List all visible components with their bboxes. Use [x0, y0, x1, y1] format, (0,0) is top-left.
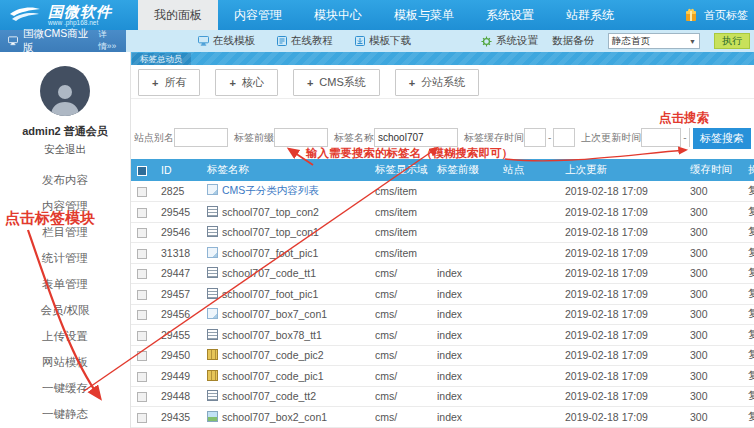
table-row[interactable]: 29435 school707_box2_con1 cms/ index 201… [131, 407, 754, 428]
tag-name-link[interactable]: school707_box2_con1 [222, 411, 327, 423]
table-row[interactable]: 2825 CMS子分类内容列表 cms/item 2019-02-18 17:0… [131, 181, 754, 202]
filter-button[interactable]: + 所有 [138, 69, 200, 96]
table-row[interactable]: 29545 school707_top_con2 cms/item 2019-0… [131, 202, 754, 223]
table-row[interactable]: 29455 school707_box78_tt1 cms/ index 201… [131, 325, 754, 346]
tag-cache-to-input[interactable] [553, 128, 575, 147]
table-row[interactable]: 29457 school707_foot_pic1 cms/ index 201… [131, 284, 754, 305]
template-download-link[interactable]: 模板下载 [355, 34, 411, 48]
sidebar-item[interactable]: 发布内容 [0, 167, 130, 193]
row-checkbox[interactable] [137, 413, 147, 423]
tag-type-icon [207, 370, 218, 381]
row-action-link[interactable]: 复制 [742, 304, 754, 325]
tag-table: ID 标签名称 标签显示域 标签前缀 站点 上次更新 缓存时间 操作 2825 [131, 159, 754, 428]
nav-item[interactable]: 内容管理 [218, 0, 298, 30]
sidebar-item[interactable]: 表单管理 [0, 271, 130, 297]
logo-title: 国微软件 [48, 4, 112, 19]
tag-name-link[interactable]: school707_code_pic2 [222, 349, 324, 361]
sidebar-item[interactable]: 网站模板 [0, 349, 130, 375]
tag-prefix-input[interactable] [274, 128, 328, 147]
sidebar-item[interactable]: 一键缓存 [0, 375, 130, 401]
sidebar-item[interactable]: 统计管理 [0, 245, 130, 271]
tag-name-link[interactable]: school707_box78_tt1 [222, 329, 322, 341]
tag-prefix-label: 标签前缀 [234, 131, 274, 145]
run-button[interactable]: 执行 [714, 33, 750, 49]
row-action-link[interactable]: 复制 [742, 386, 754, 407]
nav-item[interactable]: 站群系统 [550, 0, 630, 30]
product-badge[interactable]: 国微CMS商业版 详情»» [0, 30, 126, 52]
logo[interactable]: 国微软件 www .php168.net [0, 0, 138, 30]
filter-button[interactable]: + 核心 [215, 69, 277, 96]
nav-item[interactable]: 模板与菜单 [378, 0, 470, 30]
filter-button[interactable]: + 分站系统 [395, 69, 479, 96]
site-alias-input[interactable] [174, 128, 228, 147]
row-checkbox[interactable] [137, 249, 147, 259]
online-tutorial-link[interactable]: 在线教程 [277, 34, 333, 48]
sidebar-item[interactable]: 会员/权限 [0, 297, 130, 323]
row-checkbox[interactable] [137, 269, 147, 279]
row-action-link[interactable]: 复制 [742, 222, 754, 243]
sidebar-item[interactable]: 一键静态 [0, 401, 130, 427]
online-template-link[interactable]: 在线模板 [198, 34, 255, 48]
row-action-link[interactable]: 复制 [742, 263, 754, 284]
avatar[interactable] [40, 66, 90, 116]
row-checkbox[interactable] [137, 290, 147, 300]
row-checkbox[interactable] [137, 331, 147, 341]
row-action-link[interactable]: 复制 [742, 325, 754, 346]
tag-type-icon [207, 308, 218, 319]
row-id: 29450 [155, 345, 201, 366]
row-checkbox[interactable] [137, 228, 147, 238]
tag-cache-from-input[interactable] [524, 128, 546, 147]
row-checkbox[interactable] [137, 372, 147, 382]
static-page-select[interactable]: 静态首页 ▼ [608, 33, 700, 49]
tag-name-link[interactable]: school707_code_tt2 [222, 390, 316, 402]
table-row[interactable]: 31318 school707_foot_pic1 cms/item 2019-… [131, 243, 754, 264]
table-row[interactable]: 29456 school707_box7_con1 cms/ index 201… [131, 304, 754, 325]
row-checkbox[interactable] [137, 392, 147, 402]
nav-item[interactable]: 系统设置 [470, 0, 550, 30]
row-action-link[interactable]: 复制 [742, 345, 754, 366]
tutorial-icon [277, 36, 287, 46]
row-checkbox[interactable] [137, 208, 147, 218]
row-action-link[interactable]: 复制 [742, 243, 754, 264]
annotation-input-hint: 输入需要搜索的标签名（模糊搜索即可） [306, 146, 513, 161]
tag-name-link[interactable]: school707_foot_pic1 [222, 288, 318, 300]
table-row[interactable]: 29546 school707_top_con1 cms/item 2019-0… [131, 222, 754, 243]
tag-name-link[interactable]: school707_code_tt1 [222, 267, 316, 279]
sidebar: admin2 普通会员 安全退出 发布内容 内容管理 栏目管理 统计管理 表单管… [0, 52, 131, 428]
tag-name-link[interactable]: school707_foot_pic1 [222, 247, 318, 259]
tag-search-button[interactable]: 标签搜索 [693, 128, 751, 149]
detail-link[interactable]: 详情»» [98, 29, 122, 53]
row-action-link[interactable]: 复制 [742, 407, 754, 428]
last-update-from-input[interactable] [641, 128, 681, 147]
logout-link[interactable]: 安全退出 [0, 143, 130, 157]
row-action-link[interactable]: 复制 [742, 202, 754, 223]
table-row[interactable]: 29450 school707_code_pic2 cms/ index 201… [131, 345, 754, 366]
tag-name-link[interactable]: school707_top_con1 [222, 226, 319, 238]
table-row[interactable]: 29449 school707_code_pic1 cms/ index 201… [131, 366, 754, 387]
table-row[interactable]: 29447 school707_code_tt1 cms/ index 2019… [131, 263, 754, 284]
row-prefix [431, 243, 497, 264]
row-domain: cms/ [369, 407, 431, 428]
table-row[interactable]: 29448 school707_code_tt2 cms/ index 2019… [131, 386, 754, 407]
row-checkbox[interactable] [137, 187, 147, 197]
tag-name-input[interactable] [374, 128, 458, 147]
tag-name-link[interactable]: school707_top_con2 [222, 206, 319, 218]
nav-item[interactable]: 模块中心 [298, 0, 378, 30]
filter-button[interactable]: + CMS系统 [293, 69, 380, 96]
tag-name-link[interactable]: CMS子分类内容列表 [222, 184, 319, 196]
row-action-link[interactable]: 复制 [742, 366, 754, 387]
nav-item[interactable]: 我的面板 [138, 0, 218, 30]
data-backup-link[interactable]: 数据备份 [552, 34, 594, 48]
select-all-checkbox[interactable] [137, 166, 147, 176]
last-update-to-input[interactable] [689, 128, 690, 147]
tag-name-link[interactable]: school707_code_pic1 [222, 370, 324, 382]
system-settings-link[interactable]: 系统设置 [481, 34, 538, 48]
row-action-link[interactable]: 复制 [742, 284, 754, 305]
row-checkbox[interactable] [137, 310, 147, 320]
row-checkbox[interactable] [137, 351, 147, 361]
tag-name-link[interactable]: school707_box7_con1 [222, 308, 327, 320]
home-tags-link[interactable]: 首页标签 [683, 0, 748, 30]
sidebar-item[interactable]: 上传设置 [0, 323, 130, 349]
tab-tag-center[interactable]: 标签总动员 [132, 53, 191, 65]
row-action-link[interactable]: 复制 [742, 181, 754, 202]
